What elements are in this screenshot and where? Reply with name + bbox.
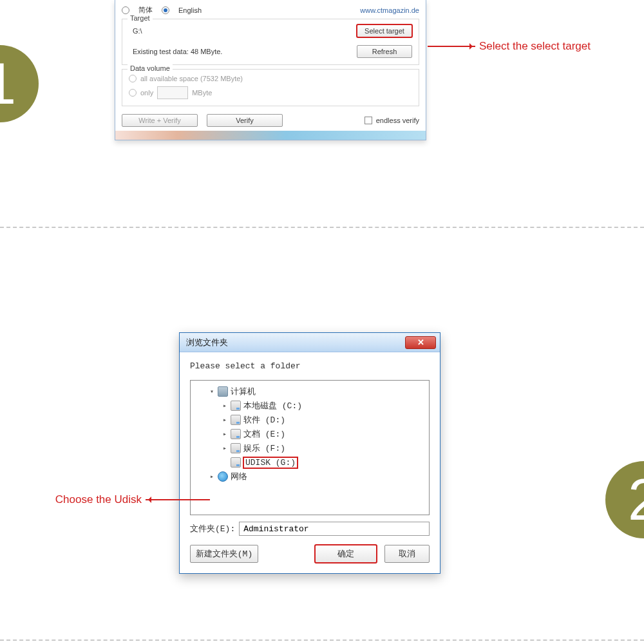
- close-button[interactable]: ✕: [405, 336, 436, 349]
- drive-icon: [231, 401, 241, 411]
- expand-icon[interactable]: [222, 445, 228, 451]
- dv-all-label: all available space (7532 MByte): [140, 75, 243, 82]
- tree-node-computer[interactable]: 计算机: [193, 384, 426, 399]
- dv-radio-only[interactable]: [129, 89, 137, 97]
- tree-node-network[interactable]: 网络: [193, 469, 426, 484]
- target-group: Target G:\ Select target Existing test d…: [122, 19, 419, 65]
- folder-field[interactable]: [239, 522, 430, 536]
- folder-tree[interactable]: 计算机 本地磁盘 (C:) 软件 (D:) 文档 (E:) 娱乐 (F:): [190, 380, 430, 515]
- network-icon: [218, 471, 228, 482]
- drive-icon: [231, 457, 241, 468]
- tree-label: 娱乐 (F:): [243, 442, 285, 454]
- target-path: G:\: [129, 27, 142, 35]
- data-volume-group-title: Data volume: [128, 64, 173, 72]
- section-divider: [0, 227, 644, 228]
- tree-label: 软件 (D:): [243, 414, 285, 426]
- expand-icon[interactable]: [209, 388, 215, 395]
- dialog-title: 浏览文件夹: [186, 337, 228, 348]
- tree-node-drive-e[interactable]: 文档 (E:): [193, 427, 426, 441]
- tree-node-drive-f[interactable]: 娱乐 (F:): [193, 441, 426, 455]
- expand-icon[interactable]: [222, 417, 228, 423]
- endless-verify-label: endless verify: [376, 117, 419, 124]
- close-icon: ✕: [417, 337, 424, 347]
- folder-field-label: 文件夹(E):: [190, 523, 235, 535]
- new-folder-button[interactable]: 新建文件夹(M): [190, 545, 258, 563]
- dv-only-input[interactable]: [157, 86, 188, 99]
- dv-unit-label: MByte: [192, 89, 212, 97]
- tree-node-drive-d[interactable]: 软件 (D:): [193, 413, 426, 427]
- language-row: 简体 English www.ctmagazin.de: [122, 5, 419, 15]
- ok-button[interactable]: 确定: [315, 545, 377, 563]
- tree-label: 本地磁盘 (C:): [243, 400, 302, 412]
- tree-node-drive-g[interactable]: UDISK (G:): [193, 455, 426, 469]
- lang-label-simplified: 简体: [138, 5, 153, 15]
- h2testw-window: 简体 English www.ctmagazin.de Target G:\ S…: [115, 0, 426, 140]
- endless-verify-checkbox[interactable]: [365, 117, 372, 124]
- action-row: Write + Verify Verify endless verify: [122, 114, 419, 127]
- refresh-button[interactable]: Refresh: [357, 45, 412, 58]
- tree-label: 文档 (E:): [243, 428, 285, 440]
- dialog-prompt: Please select a folder: [190, 361, 430, 371]
- arrow-right-icon: [428, 46, 475, 47]
- step-badge-1: 1: [0, 45, 39, 122]
- tree-label: 计算机: [231, 386, 256, 397]
- arrow-left-icon: [146, 499, 210, 500]
- drive-icon: [231, 429, 241, 439]
- select-target-button[interactable]: Select target: [357, 24, 412, 37]
- tree-label: 网络: [231, 471, 247, 482]
- dv-radio-all[interactable]: [129, 75, 137, 82]
- website-link[interactable]: www.ctmagazin.de: [360, 6, 419, 14]
- annotation-text: Choose the Udisk: [55, 493, 142, 506]
- lang-label-english: English: [178, 6, 202, 14]
- tree-label-udisk: UDISK (G:): [243, 457, 298, 468]
- dv-only-label: only: [140, 89, 153, 97]
- target-group-title: Target: [128, 14, 153, 22]
- verify-button[interactable]: Verify: [207, 114, 283, 127]
- lang-radio-english[interactable]: [162, 6, 169, 14]
- lang-radio-simplified[interactable]: [122, 6, 129, 14]
- computer-icon: [218, 386, 228, 397]
- tree-node-drive-c[interactable]: 本地磁盘 (C:): [193, 399, 426, 413]
- expand-icon[interactable]: [209, 473, 215, 480]
- titlebar: 浏览文件夹 ✕: [180, 333, 440, 352]
- existing-test-data-label: Existing test data: 48 MByte.: [129, 48, 222, 55]
- write-verify-button[interactable]: Write + Verify: [122, 114, 198, 127]
- expand-icon[interactable]: [222, 431, 228, 437]
- drive-icon: [231, 443, 241, 453]
- cancel-button[interactable]: 取消: [384, 545, 430, 563]
- annotation-choose-udisk: Choose the Udisk: [19, 493, 210, 506]
- taskbar-sliver: [115, 131, 426, 140]
- data-volume-group: Data volume all available space (7532 MB…: [122, 69, 419, 106]
- annotation-text: Select the select target: [479, 40, 591, 53]
- section-divider: [0, 639, 644, 641]
- drive-icon: [231, 415, 241, 425]
- expand-icon[interactable]: [222, 402, 228, 409]
- annotation-select-target: Select the select target: [428, 40, 640, 53]
- step-badge-2: 2: [605, 461, 644, 538]
- browse-folder-dialog: 浏览文件夹 ✕ Please select a folder 计算机 本地磁盘 …: [179, 332, 440, 574]
